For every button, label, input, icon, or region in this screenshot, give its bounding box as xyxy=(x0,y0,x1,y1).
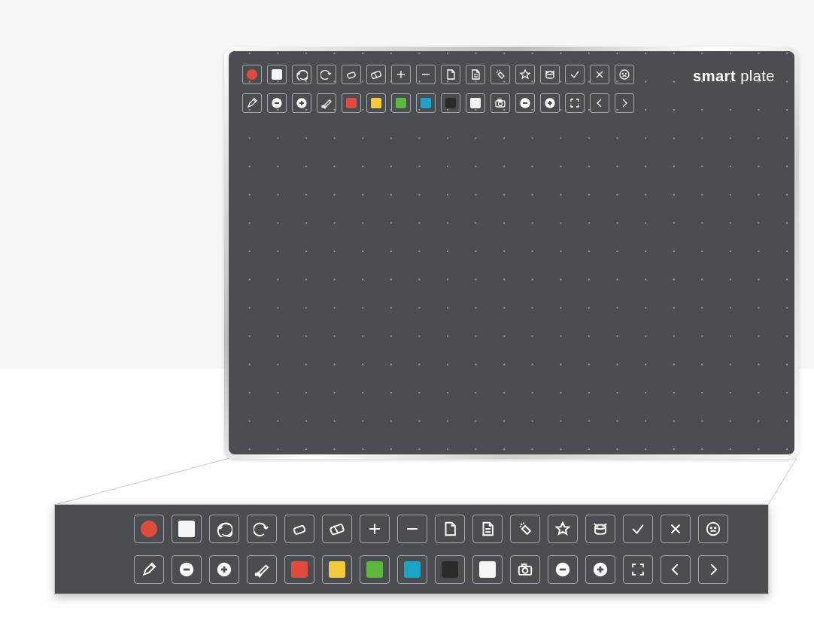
camera-button[interactable] xyxy=(510,555,540,584)
toolbar-detail-row-1 xyxy=(134,515,769,543)
check-icon xyxy=(630,521,646,537)
undo-button[interactable] xyxy=(292,65,311,84)
circle-minus-icon xyxy=(554,561,571,578)
decrease-button[interactable] xyxy=(267,93,287,113)
document-button[interactable] xyxy=(466,65,485,84)
drawing-surface[interactable]: smart plate xyxy=(229,51,794,454)
prev-button[interactable] xyxy=(661,555,691,584)
drum-button[interactable] xyxy=(540,65,560,84)
minus-icon xyxy=(404,521,421,537)
color-green-button[interactable] xyxy=(391,93,411,113)
color-black-button[interactable] xyxy=(441,93,460,113)
color-white-button[interactable] xyxy=(472,555,503,584)
circle-plus-icon xyxy=(296,97,308,109)
star-icon xyxy=(554,521,571,537)
swatch-icon xyxy=(366,561,383,578)
zoom-out-button[interactable] xyxy=(548,555,578,584)
stop-button[interactable] xyxy=(267,65,287,84)
toolbar-detail-panel xyxy=(54,504,769,594)
confirm-button[interactable] xyxy=(623,515,653,543)
fullscreen-button[interactable] xyxy=(565,93,585,113)
zoom-in-button[interactable] xyxy=(540,93,560,113)
swatch-icon xyxy=(404,561,421,578)
star-button[interactable] xyxy=(515,65,535,84)
redo-button[interactable] xyxy=(317,65,336,84)
eraser-large-button[interactable] xyxy=(366,65,386,84)
highlighter-button[interactable] xyxy=(317,93,336,113)
add-button[interactable] xyxy=(360,515,390,543)
increase-button[interactable] xyxy=(292,93,311,113)
fullscreen-button[interactable] xyxy=(623,555,653,584)
clap-icon xyxy=(517,521,533,537)
color-black-button[interactable] xyxy=(435,555,465,584)
clap-icon xyxy=(494,68,506,80)
stop-button[interactable] xyxy=(172,515,202,543)
face-icon xyxy=(705,521,721,537)
star-button[interactable] xyxy=(548,515,578,543)
swatch-icon xyxy=(346,98,357,108)
document-button[interactable] xyxy=(472,515,503,543)
brand-label: smart plate xyxy=(693,68,775,85)
toolbar-row-2 xyxy=(242,93,634,113)
add-button[interactable] xyxy=(391,65,411,84)
drum-button[interactable] xyxy=(585,515,615,543)
camera-icon xyxy=(494,97,506,109)
eraser-small-button[interactable] xyxy=(342,65,361,84)
zoom-out-button[interactable] xyxy=(515,93,535,113)
page-icon xyxy=(445,68,457,80)
pen-button[interactable] xyxy=(242,93,262,113)
smart-plate-board: smart plate xyxy=(224,47,799,459)
page-icon xyxy=(442,521,458,537)
stop-icon xyxy=(178,521,195,537)
color-teal-button[interactable] xyxy=(397,555,427,584)
eraser-big-icon xyxy=(370,68,382,80)
minus-icon xyxy=(420,68,432,80)
clap-button[interactable] xyxy=(491,65,510,84)
decrease-button[interactable] xyxy=(172,555,202,584)
next-button[interactable] xyxy=(615,93,634,113)
circle-minus-icon xyxy=(178,561,195,578)
record-button[interactable] xyxy=(134,515,164,543)
color-green-button[interactable] xyxy=(360,555,390,584)
toolbar-detail-row-2 xyxy=(134,555,769,584)
chevron-right-icon xyxy=(705,561,721,578)
swatch-icon xyxy=(445,98,456,108)
record-button[interactable] xyxy=(242,65,262,84)
next-button[interactable] xyxy=(698,555,728,584)
prev-button[interactable] xyxy=(590,93,609,113)
color-teal-button[interactable] xyxy=(416,93,436,113)
color-white-button[interactable] xyxy=(466,93,485,113)
zoom-in-button[interactable] xyxy=(585,555,615,584)
increase-button[interactable] xyxy=(209,555,239,584)
undo-icon xyxy=(216,521,232,537)
face-button[interactable] xyxy=(698,515,728,543)
pen-icon xyxy=(141,561,157,578)
eraser-icon xyxy=(291,521,308,537)
color-red-button[interactable] xyxy=(342,93,361,113)
undo-button[interactable] xyxy=(209,515,239,543)
eraser-large-button[interactable] xyxy=(322,515,352,543)
confirm-button[interactable] xyxy=(565,65,585,84)
color-yellow-button[interactable] xyxy=(366,93,386,113)
pen-button[interactable] xyxy=(134,555,164,584)
toolbar-row-1 xyxy=(242,65,634,84)
stop-icon xyxy=(272,69,282,80)
color-yellow-button[interactable] xyxy=(322,555,352,584)
highlighter-button[interactable] xyxy=(247,555,277,584)
swatch-icon xyxy=(442,561,458,578)
chevron-left-icon xyxy=(594,97,606,109)
face-button[interactable] xyxy=(615,65,634,84)
redo-button[interactable] xyxy=(247,515,277,543)
cancel-button[interactable] xyxy=(590,65,609,84)
remove-button[interactable] xyxy=(416,65,436,84)
expand-icon xyxy=(630,561,646,578)
eraser-small-button[interactable] xyxy=(284,515,314,543)
page-button[interactable] xyxy=(441,65,460,84)
cancel-button[interactable] xyxy=(661,515,691,543)
remove-button[interactable] xyxy=(397,515,427,543)
x-icon xyxy=(667,521,684,537)
page-button[interactable] xyxy=(435,515,465,543)
camera-button[interactable] xyxy=(491,93,510,113)
clap-button[interactable] xyxy=(510,515,540,543)
color-red-button[interactable] xyxy=(284,555,314,584)
